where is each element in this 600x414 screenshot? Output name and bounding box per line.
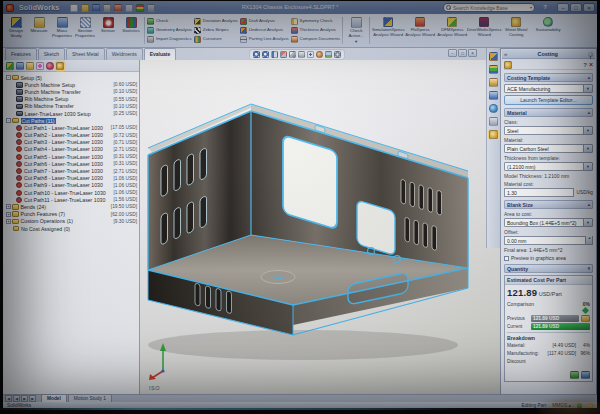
resources-icon[interactable] [489,52,498,61]
load-previous-icon[interactable] [581,315,590,322]
tree-item-cut-path11-laser-truelaser-1030[interactable]: Cut Path11 - Laser-TrueLaser 1030[1.56 U… [3,196,139,203]
search-input[interactable] [453,5,528,11]
thickness-analysis-button[interactable]: Thickness Analysis [291,26,341,35]
generate-report-icon[interactable] [570,371,579,379]
tree-group-setup-5[interactable]: -Setup (5) [3,74,139,81]
tree-item-rib-machine-setup[interactable]: Rib Machine Setup[0.55 USD] [3,96,139,103]
display-style-icon[interactable] [298,51,305,58]
previous-view-icon[interactable] [271,51,278,58]
tree-item-cut-path5-laser-truelaser-1030[interactable]: Cut Path5 - Laser-TrueLaser 1030[0.31 US… [3,153,139,160]
area-to-cost-dropdown[interactable]: Bounding Box (1.44E+5 mm^2) [504,218,593,227]
tree-item-cut-path8-laser-truelaser-1030[interactable]: Cut Path8 - Laser-TrueLaser 1030[1.06 US… [3,175,139,182]
select-icon[interactable] [125,4,133,12]
driveworksxpress-wizard-button[interactable]: DriveWorksXpress Wizard [468,15,500,46]
pane-help-button[interactable]: ? [583,62,587,68]
search-box[interactable]: ▾ [443,3,535,12]
doc-minimize-button[interactable]: − [448,49,457,57]
zoom-area-icon[interactable] [262,51,269,58]
export-costing-icon[interactable] [581,371,590,379]
template-dropdown[interactable]: ACE Manufacturing [504,84,593,93]
close-button[interactable]: × [583,3,595,12]
check-button[interactable]: Check [147,17,192,26]
tree-item-cut-path9-laser-truelaser-1030[interactable]: Cut Path9 - Laser-TrueLaser 1030[1.06 US… [3,182,139,189]
tree-group-custom-operations-1[interactable]: +Custom Operations (1)[9.30 USD] [3,218,139,225]
compare-documents-button[interactable]: Compare Documents [291,35,341,44]
floor-emboss[interactable] [261,271,295,284]
tree-item-laser-truelaser-1030-setup[interactable]: Laser-TrueLaser 1030 Setup[0.25 USD] [3,110,139,117]
search-dropdown-icon[interactable]: ▾ [530,5,532,10]
pane-close-button[interactable]: × [589,61,593,68]
section-quantity[interactable]: Quantity ▾ [504,264,593,273]
print-icon[interactable] [103,4,111,12]
symmetry-check-button[interactable]: Symmetry Check [291,17,341,26]
tab-features[interactable]: Features [5,48,37,60]
tree-group-cut-paths-11[interactable]: -Cut Paths (11) [3,117,139,124]
section-costing-template[interactable]: Costing Template ▴ [504,73,593,82]
new-icon[interactable] [70,4,78,12]
doc-close-button[interactable]: × [468,49,477,57]
scroll-last-button[interactable]: ▶ [29,395,36,402]
featuremanager-tab-icon[interactable] [6,62,14,70]
section-view-icon[interactable] [280,51,287,58]
rear-panel-cutout[interactable] [283,135,337,230]
tree-item-cut-path3-laser-truelaser-1030[interactable]: Cut Path3 - Laser-TrueLaser 1030[0.71 US… [3,139,139,146]
statistics-button[interactable]: Statistics [120,15,142,46]
help-button[interactable]: ? [543,4,547,10]
displaymanager-tab-icon[interactable] [46,62,54,70]
offset-input[interactable] [504,236,593,245]
scroll-prev-button[interactable]: ◀ [13,395,20,402]
custom-properties-icon[interactable] [489,117,498,126]
tree-group-bends-24[interactable]: +Bends (24)[19.50 USD] [3,203,139,210]
sensor-button[interactable]: Sensor [97,15,119,46]
costingmanager-tab-icon[interactable] [56,62,64,70]
curvature-button[interactable]: Curvature [194,35,238,44]
tab-sheet-metal[interactable]: Sheet Metal [66,48,105,60]
rebuild-icon[interactable] [136,4,144,12]
minimize-button[interactable]: − [557,3,569,12]
open-icon[interactable] [81,4,89,12]
section-blank-size[interactable]: Blank Size ▴ [504,200,593,209]
restore-button[interactable]: □ [570,3,582,12]
expand-toggle-icon[interactable]: - [6,118,11,123]
tree-group-no-cost-assigned-0[interactable]: No Cost Assigned (0) [3,225,139,232]
tab-weldments[interactable]: Weldments [106,48,143,60]
parting-line-analysis-button[interactable]: Parting Line Analysis [240,35,289,44]
view-orientation-icon[interactable] [289,51,296,58]
zoom-fit-icon[interactable] [253,51,260,58]
material-cost-input[interactable] [504,188,574,197]
mass-properties-button[interactable]: Mass Properties [51,15,73,46]
expand-toggle-icon[interactable]: - [6,75,11,80]
tree-item-rib-machine-transfer[interactable]: Rib Machine Transfer[0.10 USD] [3,103,139,110]
doc-tab-model[interactable]: Model [41,394,67,402]
hide-show-items-icon[interactable] [307,51,314,58]
doc-restore-button[interactable]: □ [458,49,467,57]
configurationmanager-tab-icon[interactable] [26,62,34,70]
expand-toggle-icon[interactable]: + [6,219,11,224]
view-settings-icon[interactable] [334,51,341,58]
edit-appearance-icon[interactable] [316,51,323,58]
tree-item-punch-machine-transfer[interactable]: Punch Machine Transfer[0.10 USD] [3,88,139,95]
undo-icon[interactable] [114,4,122,12]
tree-item-cut-path4-laser-truelaser-1030[interactable]: Cut Path4 - Laser-TrueLaser 1030[2.71 US… [3,146,139,153]
tree-item-cut-path10-laser-truelaser-1030[interactable]: Cut Path10 - Laser-TrueLaser 1030[1.06 U… [3,189,139,196]
tree-group-punch-features-7[interactable]: +Punch Features (7)[62.00 USD] [3,211,139,218]
tree-item-cut-path6-laser-truelaser-1030[interactable]: Cut Path6 - Laser-TrueLaser 1030[0.31 US… [3,160,139,167]
deviation-analysis-button[interactable]: Deviation Analysis [194,17,238,26]
tree-item-cut-path2-laser-truelaser-1030[interactable]: Cut Path2 - Laser-TrueLaser 1030[0.72 US… [3,132,139,139]
check-active-button[interactable]: Check Active...▾ [345,15,367,46]
undercut-analysis-button[interactable]: Undercut Analysis [240,26,289,35]
save-icon[interactable] [92,4,100,12]
preview-checkbox[interactable] [504,256,509,261]
geometry-analysis-button[interactable]: Geometry Analysis [147,26,192,35]
import-diagnostics-button[interactable]: Import Diagnostics [147,35,192,44]
tab-sketch[interactable]: Sketch [38,48,65,60]
section-material[interactable]: Material ▴ [504,108,593,117]
tree-item-cut-path1-laser-truelaser-1030[interactable]: Cut Path1 - Laser-TrueLaser 1030[17.05 U… [3,124,139,131]
thickness-dropdown[interactable]: (1.2100 mm) [504,162,593,171]
simulationxpress-analysis-wizard-button[interactable]: SimulationXpress Analysis Wizard [372,15,404,46]
expand-toggle-icon[interactable]: + [6,204,11,209]
view-palette-icon[interactable] [489,91,498,100]
appearances-icon[interactable] [489,104,498,113]
sheet-metal-costing-button[interactable]: Sheet Metal Costing [500,15,532,46]
file-explorer-icon[interactable] [489,78,498,87]
